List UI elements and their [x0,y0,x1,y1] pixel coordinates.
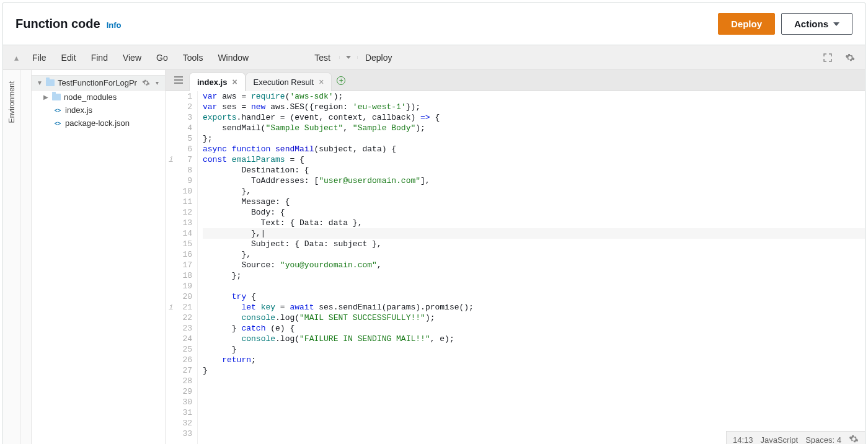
code-line[interactable]: }; [203,270,865,281]
actions-dropdown[interactable]: Actions [781,13,852,35]
gutter-spacer [20,70,32,444]
code-line[interactable] [203,376,865,386]
deploy-button[interactable]: Deploy [718,13,775,35]
gutter-info-marker [166,270,177,281]
code-line[interactable]: var ses = new aws.SES({region: 'eu-west-… [203,102,865,112]
svg-rect-0 [174,76,183,78]
tab-list-icon[interactable] [168,76,189,86]
line-number: 22 [177,313,192,323]
code-line[interactable]: console.log("FAILURE IN SENDING MAIL!!",… [203,334,865,344]
code-line[interactable]: Source: "you@yourdomain.com", [203,260,865,270]
editor-tab[interactable]: index.js× [189,73,246,91]
line-number: 15 [177,239,192,249]
ide-menubar: ▴ FileEditFindViewGoToolsWindow Test Dep… [3,45,865,70]
tree-item-label: package-lock.json [65,118,160,128]
gutter-info-marker [166,428,177,439]
code-line[interactable]: Subject: { Data: subject }, [203,239,865,249]
line-number: 33 [177,428,192,439]
code-line[interactable]: console.log("MAIL SENT SUCCESSFULLY!!"); [203,313,865,323]
code-line[interactable]: } [203,344,865,355]
gutter-info-marker [166,165,177,175]
file-tree: ▼ TestFunctionForLogPr ▾ ▶node_modules<>… [32,70,166,444]
menu-go[interactable]: Go [149,45,175,70]
line-number: 16 [177,249,192,260]
code-area[interactable]: ii 1234567891011121314151617181920212223… [166,91,865,444]
code-line[interactable] [203,281,865,291]
menu-find[interactable]: Find [84,45,115,70]
js-file-icon: <> [53,119,62,128]
gutter-info-marker [166,249,177,260]
tree-root[interactable]: ▼ TestFunctionForLogPr ▾ [32,75,165,91]
code-line[interactable]: },| [203,228,865,239]
test-dropdown[interactable] [339,56,358,59]
editor-pane: index.js×Execution Result× + ii 12345678… [166,70,865,444]
gutter-info-marker [166,91,177,102]
chevron-right-icon: ▶ [43,94,49,100]
line-number: 7 [177,154,192,165]
code-line[interactable]: Destination: { [203,165,865,175]
tab-label: index.js [197,78,227,87]
code-line[interactable] [203,386,865,397]
menu-edit[interactable]: Edit [54,45,84,70]
close-icon[interactable]: × [319,77,324,87]
close-icon[interactable]: × [232,77,237,87]
gear-icon[interactable] [840,48,860,68]
menu-window[interactable]: Window [210,45,256,70]
line-number: 9 [177,175,192,186]
gear-icon[interactable] [849,434,859,444]
line-number: 2 [177,102,192,112]
tree-item[interactable]: <>index.js [32,104,165,117]
svg-rect-2 [174,82,183,84]
line-number: 11 [177,197,192,207]
code-line[interactable]: sendMail("Sample Subject", "Sample Body"… [203,123,865,133]
code-line[interactable]: try { [203,291,865,302]
line-number: 14 [177,228,192,239]
code-line[interactable]: async function sendMail(subject, data) { [203,144,865,154]
code-line[interactable]: }, [203,249,865,260]
tree-item[interactable]: ▶node_modules [32,91,165,104]
info-link[interactable]: Info [107,20,122,30]
svg-rect-1 [174,79,183,81]
language-mode[interactable]: JavaScript [760,435,798,444]
code-line[interactable] [203,397,865,407]
chevron-down-icon: ▼ [37,79,43,86]
code-line[interactable]: Text: { Data: data }, [203,218,865,228]
code-line[interactable]: let key = await ses.sendEmail(params).pr… [203,302,865,313]
code-line[interactable] [203,418,865,428]
code-line[interactable]: ToAddresses: ["user@userdomain.com"], [203,175,865,186]
code-line[interactable]: const emailParams = { [203,154,865,165]
line-number: 8 [177,165,192,175]
code-line[interactable]: exports.handler = (event, context, callb… [203,112,865,123]
code-line[interactable]: } [203,365,865,376]
gutter-info-marker [166,207,177,218]
line-number: 1 [177,91,192,102]
gear-icon[interactable] [140,79,153,87]
collapse-icon[interactable]: ▴ [8,53,25,63]
code-line[interactable]: Body: { [203,207,865,218]
tree-item[interactable]: <>package-lock.json [32,117,165,130]
test-button[interactable]: Test [306,53,339,63]
menu-tools[interactable]: Tools [175,45,211,70]
code-line[interactable] [203,407,865,418]
code-line[interactable]: Message: { [203,197,865,207]
code-line[interactable]: } catch (e) { [203,323,865,334]
indent-setting[interactable]: Spaces: 4 [805,435,841,444]
code-line[interactable]: var aws = require('aws-sdk'); [203,91,865,102]
environment-tab[interactable]: Environment [3,70,20,444]
add-tab-icon[interactable]: + [337,76,345,85]
menu-file[interactable]: File [25,45,54,70]
line-number: 18 [177,270,192,281]
editor-tab[interactable]: Execution Result× [246,73,332,91]
code-line[interactable]: }, [203,186,865,197]
line-number: 13 [177,218,192,228]
chevron-down-icon: ▾ [154,79,160,86]
actions-label: Actions [794,19,828,29]
menu-view[interactable]: View [115,45,149,70]
root-label: TestFunctionForLogPr [58,78,140,87]
gutter-info-marker [166,291,177,302]
gutter-info-marker [166,197,177,207]
ide-deploy-button[interactable]: Deploy [358,45,400,70]
code-line[interactable]: }; [203,133,865,144]
code-line[interactable]: return; [203,355,865,365]
fullscreen-icon[interactable] [818,48,838,68]
